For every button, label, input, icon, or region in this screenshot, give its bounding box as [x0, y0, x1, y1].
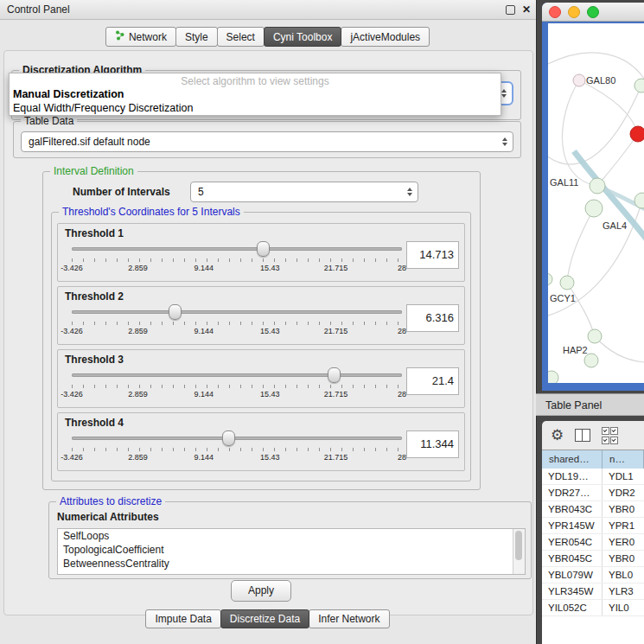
cell[interactable]: YBR043C — [542, 501, 603, 517]
node-label-gal11[interactable]: GAL11 — [550, 177, 578, 188]
network-canvas[interactable]: GAL80 GAL11 GAL4 GCY1 HAP2 — [548, 23, 644, 383]
tick-label: 9.144 — [194, 453, 214, 462]
cell[interactable]: YIL0 — [603, 600, 644, 615]
cell[interactable]: YIL052C — [542, 600, 603, 615]
close-traffic-light-icon[interactable] — [549, 6, 561, 18]
interval-definition-group-label: Interval Definition — [50, 165, 137, 177]
cell[interactable]: YBR0 — [603, 551, 644, 566]
window-title: Control Panel — [0, 3, 70, 16]
tick-label: 28 — [398, 390, 406, 399]
minimize-traffic-light-icon[interactable] — [568, 6, 580, 18]
list-scrollbar[interactable] — [513, 529, 525, 574]
cell[interactable]: YDL19… — [542, 469, 603, 484]
network-window-titlebar[interactable] — [542, 3, 644, 22]
cell[interactable]: YBR045C — [542, 551, 603, 566]
cell[interactable]: YDL1 — [603, 469, 644, 484]
cell[interactable]: YDR27… — [542, 485, 603, 501]
table-row[interactable]: YBR043CYBR0 — [542, 501, 644, 518]
float-window-icon[interactable] — [506, 5, 515, 15]
slider-rail[interactable] — [72, 247, 402, 251]
table-row[interactable]: YIL052CYIL0 — [542, 600, 644, 616]
tab-infer-network[interactable]: Infer Network — [309, 609, 389, 628]
scrollbar-thumb[interactable] — [515, 531, 522, 560]
table-row[interactable]: YLR345WYLR3 — [542, 583, 644, 600]
tab-style[interactable]: Style — [175, 27, 218, 47]
threshold-3-value-field[interactable]: 21.4 — [406, 367, 459, 395]
bottom-tabbar: Impute Data Discretize Data Infer Networ… — [0, 609, 536, 628]
slider-rail[interactable] — [72, 437, 402, 440]
node-label-gal80[interactable]: GAL80 — [586, 75, 615, 86]
network-icon — [115, 30, 124, 43]
slider-rail[interactable] — [72, 310, 402, 314]
threshold-3-slider[interactable] — [72, 367, 402, 383]
table-row[interactable]: YBR045CYBR0 — [542, 551, 644, 567]
column-header-shared-name[interactable]: shared… — [542, 450, 603, 469]
threshold-4-value-field[interactable]: 11.344 — [406, 430, 459, 458]
threshold-4-label: Threshold 4 — [65, 417, 124, 429]
table-panel-titlebar[interactable]: Table Panel — [536, 393, 644, 416]
zoom-traffic-light-icon[interactable] — [587, 6, 599, 18]
slider-scale: -3.426 2.859 9.144 15.43 21.715 28 — [72, 390, 402, 400]
tab-impute-data[interactable]: Impute Data — [145, 609, 220, 628]
apply-button[interactable]: Apply — [231, 580, 291, 602]
numerical-attributes-list[interactable]: SelfLoops TopologicalCoefficient Between… — [57, 528, 526, 575]
table-row[interactable]: YER054CYER0 — [542, 534, 644, 551]
cell[interactable]: YLR3 — [603, 583, 644, 599]
threshold-1-value-field[interactable]: 14.713 — [406, 241, 459, 269]
tab-network[interactable]: Network — [105, 27, 176, 47]
table-row[interactable]: YDR27…YDR2 — [542, 485, 644, 501]
cell[interactable]: YBL079W — [542, 567, 603, 583]
threshold-1-slider-thumb[interactable] — [257, 241, 270, 257]
threshold-2-slider-thumb[interactable] — [169, 304, 182, 320]
table-data-combobox[interactable]: galFiltered.sif default node — [21, 131, 513, 152]
cell[interactable]: YLR345W — [542, 583, 603, 599]
threshold-4-slider-thumb[interactable] — [222, 430, 235, 446]
threshold-1-panel: Threshold 1 -3.426 2.859 9.144 15.43 21.… — [57, 223, 465, 282]
threshold-1-label: Threshold 1 — [65, 227, 124, 239]
cell[interactable]: YDR2 — [603, 485, 644, 501]
tick-label: 21.715 — [324, 453, 348, 462]
threshold-2-slider[interactable] — [72, 304, 402, 320]
tick-label: 15.43 — [260, 327, 280, 335]
interval-definition-groupbox: Interval Definition Number of Intervals … — [42, 171, 481, 490]
threshold-2-value-field[interactable]: 6.316 — [406, 304, 459, 332]
threshold-4-slider[interactable] — [72, 430, 402, 446]
cell[interactable]: YBR0 — [603, 501, 644, 517]
cell[interactable]: YER054C — [542, 534, 603, 550]
tick-label: -3.426 — [61, 264, 83, 272]
tab-discretize-data[interactable]: Discretize Data — [220, 609, 309, 628]
list-item[interactable]: TopologicalCoefficient — [58, 543, 525, 557]
select-columns-icon[interactable] — [602, 427, 617, 444]
close-icon[interactable]: ✕ — [522, 4, 531, 15]
tick-label: 15.43 — [260, 264, 280, 272]
threshold-3-slider-thumb[interactable] — [328, 367, 341, 383]
tab-select[interactable]: Select — [217, 27, 265, 47]
control-panel-titlebar[interactable]: Control Panel ✕ — [0, 0, 536, 20]
cell[interactable]: YPR1 — [603, 518, 644, 533]
threshold-1-slider[interactable] — [72, 241, 402, 257]
thresholds-group-label: Threshold's Coordinates for 5 Intervals — [59, 206, 244, 218]
number-of-intervals-combobox[interactable]: 5 — [190, 182, 418, 202]
tab-cyni-toolbox[interactable]: Cyni Toolbox — [264, 27, 341, 47]
node-label-gcy1[interactable]: GCY1 — [550, 293, 576, 303]
node-label-hap2[interactable]: HAP2 — [563, 345, 588, 355]
column-header-name[interactable]: n… — [603, 450, 644, 469]
cell[interactable]: YER0 — [603, 534, 644, 550]
node-label-gal4[interactable]: GAL4 — [603, 220, 627, 231]
dropdown-option-equal-width-frequency[interactable]: Equal Width/Frequency Discretization — [10, 101, 501, 115]
dropdown-option-manual-discretization[interactable]: Manual Discretization — [10, 87, 501, 101]
cell[interactable]: YPR145W — [542, 518, 603, 533]
tab-jactivemodules[interactable]: jActiveModules — [341, 27, 430, 47]
gear-icon[interactable]: ⚙ — [551, 428, 564, 443]
top-tabbar: Network Style Select Cyni Toolbox jActiv… — [0, 27, 536, 47]
list-item[interactable]: BetweennessCentrality — [58, 557, 525, 571]
table-row[interactable]: YDL19…YDL1 — [542, 469, 644, 485]
slider-rail[interactable] — [72, 373, 402, 377]
show-columns-icon[interactable] — [575, 429, 590, 442]
cell[interactable]: YBL0 — [603, 567, 644, 583]
numerical-attributes-label: Numerical Attributes — [57, 511, 159, 523]
list-item[interactable]: SelfLoops — [58, 529, 525, 543]
table-row[interactable]: YBL079WYBL0 — [542, 567, 644, 583]
table-row[interactable]: YPR145WYPR1 — [542, 518, 644, 534]
selected-node-red — [630, 126, 644, 142]
